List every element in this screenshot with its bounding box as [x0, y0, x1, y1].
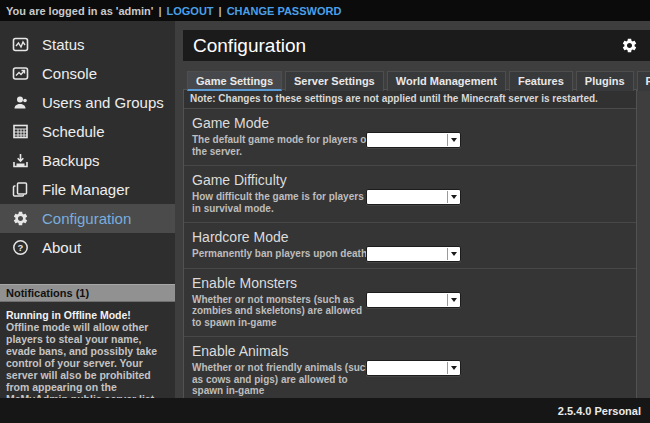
setting-description: Whether or not friendly animals (such as… [192, 362, 374, 397]
setting-description: How difficult the game is for players in… [192, 191, 374, 214]
setting-row-game-mode: Game ModeThe default game mode for playe… [184, 109, 636, 166]
notification-title: Running in Offline Mode! [6, 309, 168, 321]
sidebar-item-status[interactable]: Status [0, 30, 175, 59]
setting-row-enable-monsters: Enable MonstersWhether or not monsters (… [184, 269, 636, 338]
chevron-down-icon [447, 134, 459, 146]
setting-name: Hardcore Mode [192, 229, 628, 245]
tab-plugins[interactable]: Plugins [576, 71, 634, 91]
schedule-icon [12, 123, 29, 140]
sidebar-item-backups[interactable]: Backups [0, 146, 175, 175]
backups-icon [12, 152, 29, 169]
tab-features[interactable]: Features [509, 71, 573, 91]
status-icon [12, 36, 29, 53]
sidebar-item-users-and-groups[interactable]: Users and Groups [0, 88, 175, 117]
sidebar-item-label: Console [42, 65, 97, 82]
sidebar-item-label: Schedule [42, 123, 105, 140]
notifications-header: Notifications (1) [0, 284, 175, 302]
sidebar-item-label: About [42, 239, 81, 256]
svg-text:?: ? [18, 242, 24, 253]
sidebar-item-label: File Manager [42, 181, 130, 198]
topbar: You are logged in as 'admin'|LOGOUT|CHAN… [0, 0, 650, 21]
tab-bar: Game SettingsServer SettingsWorld Manage… [187, 71, 650, 91]
setting-name: Game Difficulty [192, 172, 628, 188]
setting-dropdown[interactable] [366, 132, 461, 148]
setting-row-hardcore-mode: Hardcore ModePermanently ban players upo… [184, 223, 636, 269]
setting-row-enable-animals: Enable AnimalsWhether or not friendly an… [184, 337, 636, 398]
gear-icon[interactable] [621, 37, 638, 54]
tab-world-management[interactable]: World Management [387, 71, 506, 91]
setting-dropdown[interactable] [366, 189, 461, 205]
restart-note: Note: Changes to these settings are not … [184, 90, 636, 109]
gear-icon [12, 210, 29, 227]
main-content: Configuration Game SettingsServer Settin… [175, 21, 650, 398]
chevron-down-icon [447, 248, 459, 260]
sidebar-item-label: Users and Groups [42, 94, 164, 111]
page-header: Configuration [183, 30, 650, 61]
separator: | [153, 5, 166, 17]
chevron-down-icon [447, 191, 459, 203]
question-icon: ? [12, 239, 29, 256]
sidebar-item-schedule[interactable]: Schedule [0, 117, 175, 146]
setting-description: Whether or not monsters (such as zombies… [192, 294, 374, 329]
page-title: Configuration [193, 35, 621, 57]
chevron-down-icon [447, 294, 459, 306]
setting-name: Enable Animals [192, 343, 628, 359]
version-label: 2.5.4.0 Personal [558, 405, 641, 417]
tab-server-settings[interactable]: Server Settings [285, 71, 384, 91]
setting-dropdown[interactable] [366, 360, 461, 376]
sidebar-item-label: Backups [42, 152, 100, 169]
sidebar-item-label: Status [42, 36, 85, 53]
setting-description: Permanently ban players upon death. [192, 248, 374, 260]
sidebar-item-console[interactable]: Console [0, 59, 175, 88]
sidebar-item-file-manager[interactable]: File Manager [0, 175, 175, 204]
chevron-down-icon [447, 362, 459, 374]
sidebar-item-label: Configuration [42, 210, 131, 227]
console-icon [12, 65, 29, 82]
footer: 2.5.4.0 Personal [0, 398, 650, 423]
sidebar: StatusConsoleUsers and GroupsScheduleBac… [0, 21, 175, 398]
settings-panel: Note: Changes to these settings are not … [183, 89, 637, 398]
change-password-link[interactable]: CHANGE PASSWORD [227, 5, 342, 17]
file-manager-icon [12, 181, 29, 198]
settings-list: Game ModeThe default game mode for playe… [184, 109, 636, 398]
sidebar-item-configuration[interactable]: Configuration [0, 204, 175, 233]
setting-dropdown[interactable] [366, 292, 461, 308]
logout-link[interactable]: LOGOUT [167, 5, 214, 17]
tab-game-settings[interactable]: Game Settings [187, 71, 282, 91]
users-icon [12, 94, 29, 111]
tab-preferences[interactable]: Preferences [637, 71, 650, 91]
sidebar-nav: StatusConsoleUsers and GroupsScheduleBac… [0, 21, 175, 262]
setting-dropdown[interactable] [366, 246, 461, 262]
setting-description: The default game mode for players on the… [192, 134, 374, 157]
sidebar-item-about[interactable]: ?About [0, 233, 175, 262]
setting-row-game-difficulty: Game DifficultyHow difficult the game is… [184, 166, 636, 223]
setting-name: Game Mode [192, 115, 628, 131]
logged-in-text: You are logged in as 'admin' [6, 5, 153, 17]
setting-name: Enable Monsters [192, 275, 628, 291]
separator: | [214, 5, 227, 17]
